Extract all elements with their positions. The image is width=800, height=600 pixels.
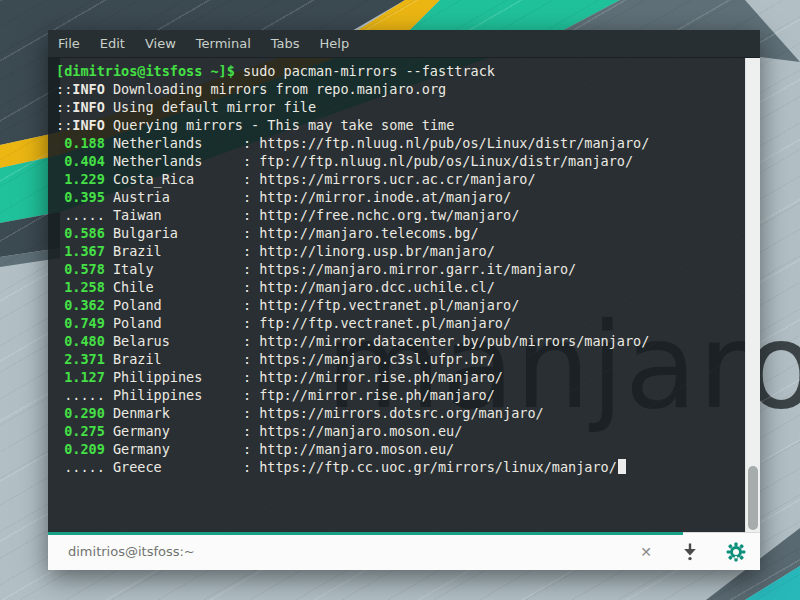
mirror-row: 0.188Netherlands: https://ftp.nluug.nl/p…: [56, 134, 745, 152]
menu-item-help[interactable]: Help: [310, 31, 360, 57]
mirror-url: https://mirrors.dotsrc.org/manjaro/: [259, 405, 543, 421]
text-cursor: [618, 459, 626, 474]
mirror-row: 2.371Brazil: https://manjaro.c3sl.ufpr.b…: [56, 350, 745, 368]
mirror-url: http://mirror.inode.at/manjaro/: [259, 189, 511, 205]
mirror-url: http://manjaro.dcc.uchile.cl/: [259, 279, 495, 295]
mirror-row: .....Taiwan: http://free.nchc.org.tw/man…: [56, 206, 745, 224]
mirror-row: 0.404Netherlands: ftp://ftp.nluug.nl/pub…: [56, 152, 745, 170]
mirror-row: 0.578Italy: https://manjaro.mirror.garr.…: [56, 260, 745, 278]
scrollbar[interactable]: [745, 58, 760, 532]
mirror-response-time: .....: [64, 386, 105, 404]
info-line: ::INFO Downloading mirrors from repo.man…: [56, 80, 745, 98]
mirror-response-time: 0.480: [64, 332, 105, 350]
mirror-row: 0.275Germany: https://manjaro.moson.eu/: [56, 422, 745, 440]
mirror-country: Denmark: [113, 404, 243, 422]
mirror-url: https://manjaro.mirror.garr.it/manjaro/: [259, 261, 576, 277]
mirror-response-time: .....: [64, 458, 105, 476]
scrollbar-thumb[interactable]: [748, 466, 758, 530]
mirror-response-time: 1.367: [64, 242, 105, 260]
mirror-response-time: 0.275: [64, 422, 105, 440]
mirror-response-time: 0.188: [64, 134, 105, 152]
shell-prompt: [dimitrios@itsfoss ~]$: [56, 63, 235, 79]
mirror-row: 1.258Chile: http://manjaro.dcc.uchile.cl…: [56, 278, 745, 296]
mirror-row: 0.209Germany: http://manjaro.moson.eu/: [56, 440, 745, 458]
mirror-url: http://free.nchc.org.tw/manjaro/: [259, 207, 519, 223]
mirror-url: http://manjaro.telecoms.bg/: [259, 225, 478, 241]
mirror-response-time: 0.749: [64, 314, 105, 332]
info-line: ::INFO Using default mirror file: [56, 98, 745, 116]
prompt-line: [dimitrios@itsfoss ~]$sudo pacman-mirror…: [56, 62, 745, 80]
mirror-url: http://mirror.rise.ph/manjaro/: [259, 369, 503, 385]
menu-item-view[interactable]: View: [135, 31, 186, 57]
output-lines: ::INFO Downloading mirrors from repo.man…: [56, 80, 745, 476]
mirror-url: ftp://mirror.rise.ph/manjaro/: [259, 387, 495, 403]
mirror-country: Netherlands: [113, 134, 243, 152]
mirror-response-time: 0.290: [64, 404, 105, 422]
mirror-response-time: 0.586: [64, 224, 105, 242]
mirror-response-time: 2.371: [64, 350, 105, 368]
mirror-response-time: .....: [64, 206, 105, 224]
menu-item-terminal[interactable]: Terminal: [186, 31, 261, 57]
mirror-row: 0.362Poland: http://ftp.vectranet.pl/man…: [56, 296, 745, 314]
mirror-country: Costa_Rica: [113, 170, 243, 188]
mirror-country: Bulgaria: [113, 224, 243, 242]
mirror-url: http://ftp.vectranet.pl/manjaro/: [259, 297, 519, 313]
info-line: ::INFO Querying mirrors - This may take …: [56, 116, 745, 134]
mirror-response-time: 0.209: [64, 440, 105, 458]
menu-item-tabs[interactable]: Tabs: [261, 31, 310, 57]
mirror-url: ftp://ftp.nluug.nl/pub/os/Linux/distr/ma…: [259, 153, 633, 169]
mirror-url: http://mirror.datacenter.by/pub/mirrors/…: [259, 333, 649, 349]
mirror-country: Poland: [113, 296, 243, 314]
mirror-country: Brazil: [113, 350, 243, 368]
mirror-country: Netherlands: [113, 152, 243, 170]
mirror-response-time: 1.229: [64, 170, 105, 188]
mirror-row: 1.229Costa_Rica: https://mirrors.ucr.ac.…: [56, 170, 745, 188]
tab-bar-actions: ✕: [638, 542, 760, 562]
mirror-url: https://ftp.cc.uoc.gr/mirrors/linux/manj…: [259, 459, 617, 475]
tab-bar: dimitrios@itsfoss:~ ✕: [48, 532, 760, 570]
mirror-row: 0.290Denmark: https://mirrors.dotsrc.org…: [56, 404, 745, 422]
mirror-row: 1.127Philippines: http://mirror.rise.ph/…: [56, 368, 745, 386]
scroll-down-icon[interactable]: [680, 542, 700, 562]
terminal-output[interactable]: [dimitrios@itsfoss ~]$sudo pacman-mirror…: [48, 58, 745, 532]
mirror-url: https://manjaro.moson.eu/: [259, 423, 462, 439]
tab-title[interactable]: dimitrios@itsfoss:~: [68, 544, 638, 559]
mirror-country: Philippines: [113, 386, 243, 404]
mirror-response-time: 0.404: [64, 152, 105, 170]
mirror-country: Poland: [113, 314, 243, 332]
mirror-row: 0.749Poland: ftp://ftp.vectranet.pl/manj…: [56, 314, 745, 332]
mirror-country: Austria: [113, 188, 243, 206]
mirror-row: 0.480Belarus: http://mirror.datacenter.b…: [56, 332, 745, 350]
mirror-country: Philippines: [113, 368, 243, 386]
mirror-response-time: 0.395: [64, 188, 105, 206]
mirror-row: .....Greece: https://ftp.cc.uoc.gr/mirro…: [56, 458, 745, 476]
menu-bar: FileEditViewTerminalTabsHelp: [48, 30, 760, 58]
mirror-country: Belarus: [113, 332, 243, 350]
mirror-url: https://mirrors.ucr.ac.cr/manjaro/: [259, 171, 535, 187]
mirror-url: https://manjaro.c3sl.ufpr.br/: [259, 351, 495, 367]
mirror-url: https://ftp.nluug.nl/pub/os/Linux/distr/…: [259, 135, 649, 151]
mirror-row: 0.395Austria: http://mirror.inode.at/man…: [56, 188, 745, 206]
terminal-content: [dimitrios@itsfoss ~]$sudo pacman-mirror…: [48, 58, 760, 532]
mirror-response-time: 1.258: [64, 278, 105, 296]
mirror-country: Greece: [113, 458, 243, 476]
mirror-row: 0.586Bulgaria: http://manjaro.telecoms.b…: [56, 224, 745, 242]
mirror-country: Germany: [113, 440, 243, 458]
preferences-gear-icon[interactable]: [726, 542, 746, 562]
mirror-url: http://manjaro.moson.eu/: [259, 441, 454, 457]
menu-item-edit[interactable]: Edit: [90, 31, 135, 57]
mirror-url: http://linorg.usp.br/manjaro/: [259, 243, 495, 259]
mirror-row: 1.367Brazil: http://linorg.usp.br/manjar…: [56, 242, 745, 260]
terminal-window: FileEditViewTerminalTabsHelp [dimitrios@…: [48, 30, 760, 570]
close-icon[interactable]: ✕: [638, 544, 654, 560]
mirror-country: Germany: [113, 422, 243, 440]
menu-item-file[interactable]: File: [48, 31, 90, 57]
mirror-country: Taiwan: [113, 206, 243, 224]
command-text: sudo pacman-mirrors --fasttrack: [235, 63, 495, 79]
mirror-url: ftp://ftp.vectranet.pl/manjaro/: [259, 315, 511, 331]
mirror-country: Brazil: [113, 242, 243, 260]
mirror-response-time: 0.362: [64, 296, 105, 314]
mirror-row: .....Philippines: ftp://mirror.rise.ph/m…: [56, 386, 745, 404]
active-tab-indicator: [48, 532, 683, 535]
mirror-response-time: 1.127: [64, 368, 105, 386]
